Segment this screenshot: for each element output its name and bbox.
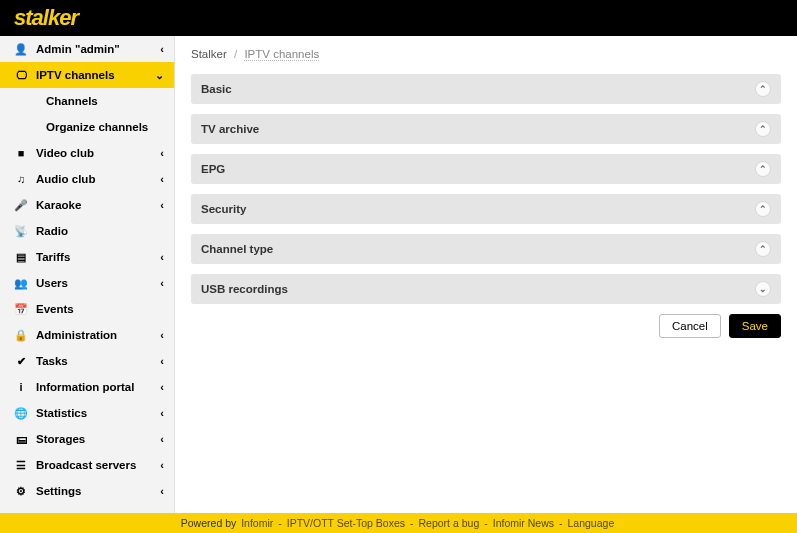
collapse-icon[interactable]: ⌃ bbox=[755, 241, 771, 257]
sidebar-item[interactable]: ■Video club‹ bbox=[0, 140, 174, 166]
collapse-icon[interactable]: ⌃ bbox=[755, 121, 771, 137]
sidebar-item-icon: 🔒 bbox=[14, 329, 28, 342]
sidebar-item-icon: ■ bbox=[14, 147, 28, 159]
footer-prefix: Powered by bbox=[181, 517, 236, 529]
accordion-panel[interactable]: USB recordings⌄ bbox=[191, 274, 781, 304]
sidebar-item-label: Tasks bbox=[36, 355, 160, 367]
sidebar-item-label: Administration bbox=[36, 329, 160, 341]
chevron-left-icon: ‹ bbox=[160, 407, 164, 419]
sidebar-item-label: Tariffs bbox=[36, 251, 160, 263]
logo: stalker bbox=[14, 5, 78, 31]
sidebar-item[interactable]: 🔒Administration‹ bbox=[0, 322, 174, 348]
sidebar-subitem[interactable]: Channels bbox=[0, 88, 174, 114]
sidebar-item-icon: 🖵 bbox=[14, 69, 28, 81]
content-area: Stalker / IPTV channels Basic⌃TV archive… bbox=[175, 36, 797, 513]
sidebar-item-label: Karaoke bbox=[36, 199, 160, 211]
sidebar-item-label: IPTV channels bbox=[36, 69, 155, 81]
chevron-left-icon: ‹ bbox=[160, 355, 164, 367]
sidebar-item[interactable]: 🖴Storages‹ bbox=[0, 426, 174, 452]
sidebar-item-icon: ⚙ bbox=[14, 485, 28, 498]
sidebar-item[interactable]: 👥Users‹ bbox=[0, 270, 174, 296]
sidebar-item-label: Events bbox=[36, 303, 164, 315]
chevron-left-icon: ‹ bbox=[160, 381, 164, 393]
accordion-panel[interactable]: TV archive⌃ bbox=[191, 114, 781, 144]
cancel-button[interactable]: Cancel bbox=[659, 314, 721, 338]
breadcrumb-sep: / bbox=[234, 48, 237, 60]
sidebar: 👤Admin "admin"‹🖵IPTV channels⌄ChannelsOr… bbox=[0, 36, 175, 513]
sidebar-item[interactable]: ▤Tariffs‹ bbox=[0, 244, 174, 270]
accordion-panel[interactable]: Basic⌃ bbox=[191, 74, 781, 104]
sidebar-item-label: Organize channels bbox=[46, 121, 148, 133]
breadcrumb-root[interactable]: Stalker bbox=[191, 48, 227, 60]
accordion-panel[interactable]: Security⌃ bbox=[191, 194, 781, 224]
topbar: stalker bbox=[0, 0, 797, 36]
main-layout: 👤Admin "admin"‹🖵IPTV channels⌄ChannelsOr… bbox=[0, 36, 797, 513]
sidebar-item-label: Information portal bbox=[36, 381, 160, 393]
accordion-panel[interactable]: Channel type⌃ bbox=[191, 234, 781, 264]
sidebar-item-label: Channels bbox=[46, 95, 98, 107]
collapse-icon[interactable]: ⌃ bbox=[755, 161, 771, 177]
sidebar-item-icon: 🌐 bbox=[14, 407, 28, 420]
sidebar-item-icon: 📡 bbox=[14, 225, 28, 238]
chevron-left-icon: ‹ bbox=[160, 485, 164, 497]
sidebar-item[interactable]: 🌐Statistics‹ bbox=[0, 400, 174, 426]
chevron-left-icon: ‹ bbox=[160, 251, 164, 263]
sidebar-item-label: Storages bbox=[36, 433, 160, 445]
sidebar-item-label: Statistics bbox=[36, 407, 160, 419]
footer-link-news[interactable]: Infomir News bbox=[493, 517, 554, 529]
sidebar-item[interactable]: ⚙Settings‹ bbox=[0, 478, 174, 504]
sidebar-subitem[interactable]: Organize channels bbox=[0, 114, 174, 140]
sidebar-item-icon: 📅 bbox=[14, 303, 28, 316]
panel-title: Security bbox=[201, 203, 246, 215]
footer-link-iptv[interactable]: IPTV/OTT Set-Top Boxes bbox=[287, 517, 405, 529]
chevron-down-icon: ⌄ bbox=[155, 69, 164, 82]
sidebar-item-icon: ♫ bbox=[14, 173, 28, 185]
breadcrumb-current: IPTV channels bbox=[244, 48, 319, 61]
sidebar-item[interactable]: 📡Radio bbox=[0, 218, 174, 244]
breadcrumb: Stalker / IPTV channels bbox=[191, 46, 781, 74]
save-button[interactable]: Save bbox=[729, 314, 781, 338]
chevron-left-icon: ‹ bbox=[160, 459, 164, 471]
sidebar-item[interactable]: ☰Broadcast servers‹ bbox=[0, 452, 174, 478]
sidebar-item-label: Audio club bbox=[36, 173, 160, 185]
sidebar-item-icon: ☰ bbox=[14, 459, 28, 472]
sidebar-item-icon: ✔ bbox=[14, 355, 28, 368]
sidebar-item-label: Settings bbox=[36, 485, 160, 497]
collapse-icon[interactable]: ⌃ bbox=[755, 201, 771, 217]
sidebar-item-icon: ▤ bbox=[14, 251, 28, 264]
footer: Powered by Infomir - IPTV/OTT Set-Top Bo… bbox=[0, 513, 797, 533]
sidebar-item[interactable]: ♫Audio club‹ bbox=[0, 166, 174, 192]
accordion-panel[interactable]: EPG⌃ bbox=[191, 154, 781, 184]
chevron-left-icon: ‹ bbox=[160, 199, 164, 211]
sidebar-item[interactable]: iInformation portal‹ bbox=[0, 374, 174, 400]
sidebar-item[interactable]: 🖵IPTV channels⌄ bbox=[0, 62, 174, 88]
expand-icon[interactable]: ⌄ bbox=[755, 281, 771, 297]
collapse-icon[interactable]: ⌃ bbox=[755, 81, 771, 97]
sidebar-item-icon: 👥 bbox=[14, 277, 28, 290]
chevron-left-icon: ‹ bbox=[160, 329, 164, 341]
sidebar-item-label: Radio bbox=[36, 225, 164, 237]
chevron-left-icon: ‹ bbox=[160, 173, 164, 185]
sidebar-item-icon: i bbox=[14, 381, 28, 393]
sidebar-item-label: Users bbox=[36, 277, 160, 289]
sidebar-item-icon: 🎤 bbox=[14, 199, 28, 212]
panel-title: Channel type bbox=[201, 243, 273, 255]
sidebar-item-label: Video club bbox=[36, 147, 160, 159]
sidebar-item-icon: 👤 bbox=[14, 43, 28, 56]
footer-link-infomir[interactable]: Infomir bbox=[241, 517, 273, 529]
footer-link-language[interactable]: Language bbox=[568, 517, 615, 529]
chevron-left-icon: ‹ bbox=[160, 43, 164, 55]
sidebar-item[interactable]: 🎤Karaoke‹ bbox=[0, 192, 174, 218]
sidebar-item-label: Broadcast servers bbox=[36, 459, 160, 471]
sidebar-item-icon: 🖴 bbox=[14, 433, 28, 445]
chevron-left-icon: ‹ bbox=[160, 433, 164, 445]
panel-title: EPG bbox=[201, 163, 225, 175]
sidebar-item[interactable]: 📅Events bbox=[0, 296, 174, 322]
sidebar-item-label: Admin "admin" bbox=[36, 43, 160, 55]
button-row: Cancel Save bbox=[191, 314, 781, 338]
sidebar-item[interactable]: 👤Admin "admin"‹ bbox=[0, 36, 174, 62]
footer-link-report[interactable]: Report a bug bbox=[419, 517, 480, 529]
sidebar-item[interactable]: ✔Tasks‹ bbox=[0, 348, 174, 374]
panel-title: USB recordings bbox=[201, 283, 288, 295]
panel-title: Basic bbox=[201, 83, 232, 95]
